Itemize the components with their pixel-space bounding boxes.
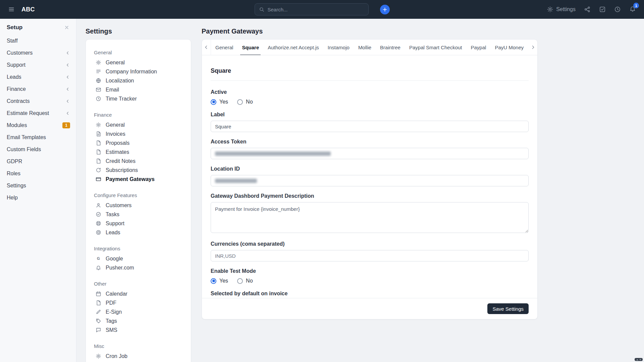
settings-nav-estimates[interactable]: Estimates <box>86 147 191 157</box>
sidebar-item-label: Staff <box>7 38 70 44</box>
settings-nav-localization[interactable]: Localization <box>86 76 191 85</box>
tab-s[interactable]: S <box>528 40 528 55</box>
settings-nav-e-sign[interactable]: E-Sign <box>86 307 191 316</box>
brand[interactable]: ABC <box>21 6 35 13</box>
global-search[interactable] <box>255 3 369 15</box>
sidebar-item-contracts[interactable]: Contracts <box>0 95 76 107</box>
field-label: Gateway Dashbord Payment Description <box>211 193 529 199</box>
sidebar-item-finance[interactable]: Finance <box>0 83 76 95</box>
settings-nav-invoices[interactable]: Invoices <box>86 129 191 138</box>
settings-nav-payment-gateways[interactable]: Payment Gateways <box>86 175 191 184</box>
nav-group-general: GeneralGeneralCompany InformationLocaliz… <box>86 50 191 103</box>
nav-item-label: Cron Job <box>106 353 127 359</box>
settings-nav-tasks[interactable]: Tasks <box>86 210 191 219</box>
settings-nav-pdf[interactable]: PDF <box>86 298 191 307</box>
topbar-settings-button[interactable]: Settings <box>547 6 576 13</box>
settings-nav-calendar[interactable]: Calendar <box>86 289 191 298</box>
google-icon: G <box>96 256 101 261</box>
settings-nav-credit-notes[interactable]: Credit Notes <box>86 157 191 166</box>
settings-nav-leads[interactable]: Leads <box>86 228 191 237</box>
test-mode-yes-radio[interactable]: Yes <box>211 278 228 284</box>
sidebar-item-email-templates[interactable]: Email Templates <box>0 131 76 143</box>
sidebar-item-help[interactable]: Help <box>0 192 76 204</box>
sidebar-title: Setup <box>7 24 22 31</box>
tab-paypal-smart-checkout[interactable]: Paypal Smart Checkout <box>405 40 467 55</box>
access-token-input[interactable] <box>211 148 529 159</box>
tab-paypal[interactable]: Paypal <box>467 40 491 55</box>
settings-nav-subscriptions[interactable]: Subscriptions <box>86 166 191 175</box>
location-id-input[interactable] <box>211 175 529 186</box>
sidebar-item-settings[interactable]: Settings <box>0 180 76 192</box>
timesheet-clock-icon[interactable] <box>614 6 621 13</box>
settings-nav-general[interactable]: General <box>86 58 191 67</box>
settings-nav-tags[interactable]: Tags <box>86 316 191 325</box>
nav-item-label: Credit Notes <box>106 158 136 164</box>
settings-nav-sms[interactable]: SMS <box>86 325 191 335</box>
test-mode-no-radio[interactable]: No <box>237 278 253 284</box>
tab-braintree[interactable]: Braintree <box>376 40 405 55</box>
currencies-input[interactable] <box>211 250 529 261</box>
active-no-radio[interactable]: No <box>237 99 253 105</box>
radio-label: No <box>246 99 253 105</box>
tabs-scroll-right[interactable] <box>528 40 537 55</box>
page-scrollbar[interactable] <box>635 358 643 361</box>
sidebar-item-customers[interactable]: Customers <box>0 47 76 59</box>
sidebar-item-label: Contracts <box>7 98 65 104</box>
settings-nav-general[interactable]: General <box>86 120 191 129</box>
check-circle-icon <box>96 212 101 217</box>
tab-authorize-net-accept-js[interactable]: Authorize.net Accept.js <box>263 40 323 55</box>
sidebar-item-custom-fields[interactable]: Custom Fields <box>0 143 76 156</box>
sidebar-item-support[interactable]: Support <box>0 59 76 71</box>
label-input[interactable] <box>211 121 529 132</box>
share-icon[interactable] <box>584 6 591 13</box>
tab-mollie[interactable]: Mollie <box>354 40 376 55</box>
settings-nav-support[interactable]: Support <box>86 219 191 228</box>
todo-icon[interactable] <box>599 6 606 13</box>
target-icon <box>96 230 101 235</box>
file-icon <box>96 300 101 306</box>
topbar-right: Settings 1 <box>390 5 636 13</box>
sidebar-item-staff[interactable]: Staff <box>0 35 76 47</box>
radio-label: Yes <box>219 99 228 105</box>
nav-item-label: Support <box>106 221 124 227</box>
active-yes-radio[interactable]: Yes <box>211 99 228 105</box>
settings-nav-pusher-com[interactable]: Pusher.com <box>86 263 191 272</box>
settings-nav-customers[interactable]: Customers <box>86 201 191 210</box>
settings-nav-company-information[interactable]: Company Information <box>86 67 191 76</box>
sidebar-item-gdpr[interactable]: GDPR <box>0 156 76 168</box>
quick-add-button[interactable] <box>380 5 390 14</box>
nav-item-label: General <box>106 60 125 66</box>
search-input[interactable] <box>268 7 364 12</box>
settings-nav-proposals[interactable]: Proposals <box>86 138 191 147</box>
settings-nav-email[interactable]: Email <box>86 85 191 94</box>
topbar: ABC Settings 1 <box>0 0 644 19</box>
tab-general[interactable]: General <box>211 40 237 55</box>
tabs-scroll-left[interactable] <box>202 40 211 55</box>
sidebar-item-modules[interactable]: Modules1 <box>0 119 76 131</box>
content-area: Settings GeneralGeneralCompany Informati… <box>76 19 644 362</box>
life-ring-icon <box>96 221 101 226</box>
radio-unselected-icon <box>237 278 243 284</box>
tab-instamojo[interactable]: Instamojo <box>323 40 354 55</box>
divider <box>211 80 529 81</box>
menu-icon[interactable] <box>8 6 15 13</box>
gateway-tabs: GeneralSquareAuthorize.net Accept.jsInst… <box>202 40 537 55</box>
gateway-column: Payment Gateways GeneralSquareAuthorize.… <box>202 27 538 319</box>
tab-payu-money[interactable]: PayU Money <box>490 40 528 55</box>
sidebar-item-leads[interactable]: Leads <box>0 71 76 83</box>
sidebar-item-estimate-request[interactable]: Estimate Request <box>0 107 76 119</box>
settings-nav-time-tracker[interactable]: Time Tracker <box>86 94 191 103</box>
settings-nav-cron-job[interactable]: Cron Job <box>86 352 191 361</box>
settings-heading: Settings <box>86 27 191 35</box>
field-description: Gateway Dashbord Payment Description Pay… <box>211 193 529 234</box>
gear-icon <box>96 122 101 128</box>
file-icon <box>96 158 101 164</box>
nav-item-label: Customers <box>106 202 131 208</box>
description-textarea[interactable]: Payment for Invoice {invoice_number} <box>211 202 529 233</box>
notifications-button[interactable]: 1 <box>629 5 636 13</box>
tab-square[interactable]: Square <box>237 40 263 55</box>
save-settings-button[interactable]: Save Settings <box>487 303 529 314</box>
sidebar-item-roles[interactable]: Roles <box>0 168 76 180</box>
close-icon[interactable] <box>64 25 69 30</box>
settings-nav-google[interactable]: GGoogle <box>86 254 191 263</box>
